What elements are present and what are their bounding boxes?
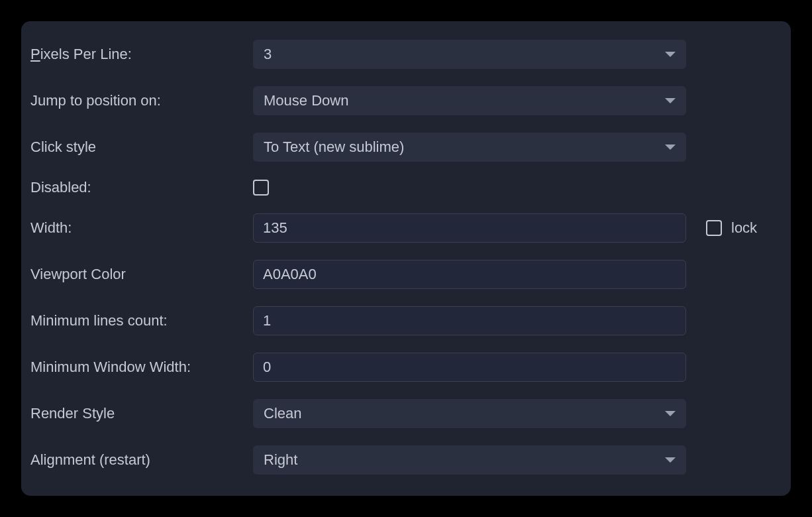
row-min-window-width: Minimum Window Width:: [28, 353, 784, 382]
select-value: 3: [264, 46, 272, 63]
select-alignment[interactable]: Right: [253, 445, 686, 475]
label-jump-to-position: Jump to position on:: [28, 92, 253, 109]
label-min-window-width: Minimum Window Width:: [28, 359, 253, 376]
checkbox-disabled[interactable]: [253, 180, 269, 196]
chevron-down-icon: [665, 457, 676, 463]
chevron-down-icon: [665, 52, 676, 57]
row-click-style: Click style To Text (new sublime): [28, 133, 784, 162]
select-value: To Text (new sublime): [264, 139, 404, 156]
select-value: Right: [264, 451, 297, 469]
row-render-style: Render Style Clean: [28, 399, 784, 428]
label-width: Width:: [28, 219, 253, 237]
row-disabled: Disabled:: [28, 179, 784, 196]
row-width: Width: lock: [28, 213, 784, 243]
label-click-style: Click style: [28, 139, 253, 156]
select-render-style[interactable]: Clean: [253, 399, 686, 428]
select-pixels-per-line[interactable]: 3: [253, 40, 686, 69]
label-lock: lock: [731, 219, 757, 237]
label-pixels-per-line: Pixels Per Line:: [28, 46, 253, 63]
select-jump-to-position[interactable]: Mouse Down: [253, 86, 686, 115]
lock-group: lock: [706, 219, 757, 237]
row-viewport-color: Viewport Color: [28, 260, 784, 289]
checkbox-lock[interactable]: [706, 220, 722, 236]
select-value: Mouse Down: [264, 92, 348, 109]
input-min-window-width[interactable]: [253, 353, 686, 382]
select-click-style[interactable]: To Text (new sublime): [253, 133, 686, 162]
input-width[interactable]: [253, 213, 686, 243]
input-min-lines[interactable]: [253, 306, 686, 335]
label-viewport-color: Viewport Color: [28, 266, 253, 283]
label-render-style: Render Style: [28, 405, 253, 422]
input-viewport-color[interactable]: [253, 260, 686, 289]
select-value: Clean: [264, 405, 301, 422]
row-pixels-per-line: Pixels Per Line: 3: [28, 40, 784, 69]
label-min-lines: Minimum lines count:: [28, 312, 253, 329]
chevron-down-icon: [665, 98, 676, 103]
label-alignment: Alignment (restart): [28, 451, 253, 469]
row-jump-to-position: Jump to position on: Mouse Down: [28, 86, 784, 115]
chevron-down-icon: [665, 144, 676, 150]
chevron-down-icon: [665, 411, 676, 416]
row-min-lines: Minimum lines count:: [28, 306, 784, 335]
settings-panel: Pixels Per Line: 3 Jump to position on: …: [21, 21, 791, 496]
label-disabled: Disabled:: [28, 179, 253, 196]
row-alignment: Alignment (restart) Right: [28, 445, 784, 475]
